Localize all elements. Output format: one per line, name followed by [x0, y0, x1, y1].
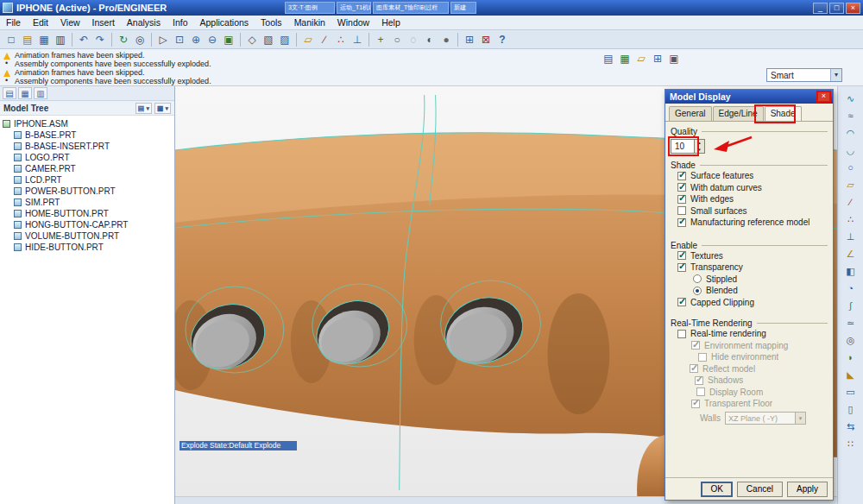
search-icon[interactable]: ◎	[132, 32, 148, 47]
minimize-button[interactable]: _	[813, 3, 828, 14]
chevron-down-icon[interactable]	[830, 69, 841, 81]
menu-applications[interactable]: Applications	[193, 16, 255, 30]
quality-value-field[interactable]: 10	[671, 139, 695, 154]
zoom-in-icon[interactable]: ⊕	[188, 32, 204, 47]
quality-decrement-button[interactable]: ▼	[695, 147, 704, 154]
selection-filter-combobox[interactable]: Smart	[766, 68, 842, 82]
extrude-icon[interactable]: ◧	[843, 264, 859, 279]
maximize-button[interactable]: □	[829, 3, 844, 14]
tree-item[interactable]: LCD.PRT	[3, 174, 174, 186]
close-window-icon[interactable]: ⊠	[478, 32, 494, 47]
tree-item[interactable]: HONG-BUTTON-CAP.PRT	[3, 219, 174, 230]
model-tree-tab-icon[interactable]: ▤	[3, 87, 16, 99]
show-menu-button[interactable]: ▤	[135, 103, 152, 114]
circle-icon[interactable]: ○	[843, 161, 859, 175]
datum-axis-icon[interactable]: ∕	[843, 195, 859, 210]
arc-down-icon[interactable]: ◡	[843, 143, 859, 158]
tree-item[interactable]: LOGO.PRT	[3, 152, 174, 163]
stippled-radio[interactable]: Stippled	[693, 274, 828, 286]
cancel-button[interactable]: Cancel	[737, 482, 783, 497]
menu-insert[interactable]: Insert	[86, 16, 121, 30]
manufacturing-reference-model-checkbox[interactable]: Manufacturing reference model	[677, 217, 828, 229]
datum-point-toggle-icon[interactable]: ∴	[333, 32, 349, 47]
saved-views-icon[interactable]: ▤	[601, 51, 616, 66]
favorites-tab-icon[interactable]: ▥	[34, 87, 47, 99]
chamfer-icon[interactable]: ◣	[843, 368, 859, 382]
context-help-icon[interactable]: ?	[494, 32, 510, 47]
undo-icon[interactable]: ↶	[76, 32, 91, 47]
tree-item[interactable]: POWER-BUTTON.PRT	[3, 186, 174, 197]
settings-menu-button[interactable]: ▦	[154, 103, 171, 114]
background-tab[interactable]: 3文·T·图例	[285, 2, 335, 14]
background-tab[interactable]: 新建	[450, 2, 476, 14]
print-icon[interactable]: ▥	[53, 32, 68, 47]
orientation-icon[interactable]: ◇	[244, 32, 260, 47]
transparency-checkbox[interactable]: Transparency	[677, 261, 828, 274]
tree-item[interactable]: VOLUME-BUTTON.PRT	[3, 230, 174, 242]
layers-icon[interactable]: ▧	[261, 32, 276, 47]
menu-view[interactable]: View	[54, 16, 86, 30]
menu-manikin[interactable]: Manikin	[288, 16, 331, 30]
capped-clipping-checkbox[interactable]: Capped Clipping	[677, 297, 828, 309]
quality-increment-button[interactable]: ▲	[695, 140, 704, 147]
textures-checkbox[interactable]: Textures	[677, 250, 828, 262]
view-manager-icon[interactable]: ▨	[277, 32, 293, 47]
regenerate-icon[interactable]: ↻	[116, 32, 131, 47]
sweep-icon[interactable]: ∫	[843, 299, 859, 313]
pattern-icon[interactable]: ∷	[843, 437, 859, 451]
revolve-icon[interactable]: ◔	[843, 281, 859, 296]
datum-axis-toggle-icon[interactable]: ∕	[317, 32, 332, 47]
csys-toggle-icon[interactable]: ⊥	[350, 32, 365, 47]
select-arrow-icon[interactable]: ▷	[155, 32, 171, 47]
apply-button[interactable]: Apply	[787, 482, 828, 497]
tree-item[interactable]: HOME-BUTTON.PRT	[3, 208, 174, 219]
with-datum-curves-checkbox[interactable]: With datum curves	[677, 182, 828, 194]
dialog-titlebar[interactable]: Model Display ×	[665, 90, 833, 104]
realtime-rendering-checkbox[interactable]: Real-time rendering	[677, 328, 828, 340]
tree-item[interactable]: CAMER.PRT	[3, 163, 174, 174]
tab-shade[interactable]: Shade	[765, 106, 802, 121]
rib-icon[interactable]: ▯	[843, 402, 859, 417]
window-titlebar[interactable]: IPHONE (Active) - Pro/ENGINEER 3文·T·图例 运…	[0, 0, 863, 16]
new-file-icon[interactable]: □	[3, 32, 19, 47]
windows-icon[interactable]: ⊞	[650, 51, 665, 66]
tree-item[interactable]: B-BASE-INSERT.PRT	[3, 141, 174, 152]
folder-browser-tab-icon[interactable]: ▦	[18, 87, 32, 99]
wireframe-icon[interactable]: ○	[389, 32, 405, 47]
style-tool-icon[interactable]: ∿	[843, 91, 859, 106]
repaint-icon[interactable]: ▣	[221, 32, 236, 47]
with-edges-checkbox[interactable]: With edges	[677, 193, 828, 205]
menu-analysis[interactable]: Analysis	[121, 16, 167, 30]
tree-item[interactable]: B-BASE.PRT	[3, 129, 174, 141]
tab-general[interactable]: General	[669, 106, 712, 121]
hole-icon[interactable]: ◎	[843, 333, 859, 348]
no-hidden-icon[interactable]: ◐	[422, 32, 438, 47]
datum-point-icon[interactable]: ∴	[843, 212, 859, 227]
tree-item[interactable]: HIDE-BUTTON.PRT	[3, 242, 174, 253]
dialog-close-button[interactable]: ×	[816, 91, 831, 103]
datum-plane-toggle-icon[interactable]: ▱	[300, 32, 316, 47]
zoom-out-icon[interactable]: ⊖	[205, 32, 220, 47]
surface-features-checkbox[interactable]: Surface features	[677, 170, 828, 182]
background-tab[interactable]: 图库素材_T恤印刷过程	[373, 2, 449, 14]
menu-help[interactable]: Help	[375, 16, 406, 30]
round-icon[interactable]: ◗	[843, 350, 859, 365]
redraw-icon[interactable]: ▣	[666, 51, 682, 66]
close-button[interactable]: ×	[846, 3, 860, 14]
shaded-icon[interactable]: ●	[438, 32, 454, 47]
redo-icon[interactable]: ↷	[92, 32, 108, 47]
menu-info[interactable]: Info	[167, 16, 194, 30]
menu-edit[interactable]: Edit	[27, 16, 54, 30]
refit-icon[interactable]: ⊡	[172, 32, 187, 47]
sketch-tool-icon[interactable]: ∠	[843, 247, 859, 261]
tree-item[interactable]: SIM.PRT	[3, 197, 174, 208]
small-surfaces-checkbox[interactable]: Small surfaces	[677, 205, 828, 217]
background-tab[interactable]: 运动_T1机L	[337, 2, 371, 14]
datum-display-icon[interactable]: ▱	[633, 51, 649, 66]
open-icon[interactable]: ▤	[20, 32, 35, 47]
arc-up-icon[interactable]: ◠	[843, 126, 859, 141]
blended-radio[interactable]: Blended	[693, 285, 828, 297]
hidden-line-icon[interactable]: ◌	[406, 32, 421, 47]
menu-file[interactable]: File	[0, 16, 27, 30]
blend-icon[interactable]: ≃	[843, 316, 859, 331]
